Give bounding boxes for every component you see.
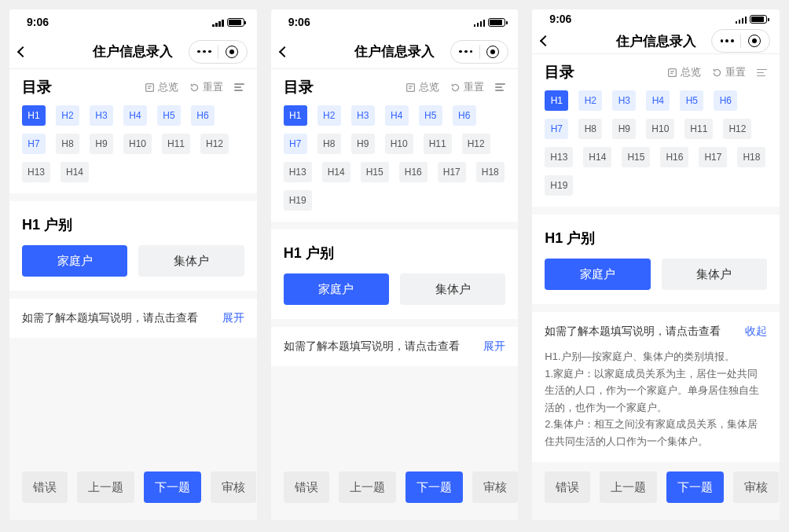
prev-button[interactable]: 上一题 [339, 471, 396, 503]
audit-button[interactable]: 审核 [733, 471, 779, 503]
option-family[interactable]: 家庭户 [284, 273, 389, 305]
chip-h2[interactable]: H2 [317, 105, 341, 126]
prev-button[interactable]: 上一题 [77, 471, 134, 503]
chip-h14[interactable]: H14 [583, 147, 611, 167]
overview-button[interactable]: 总览 [667, 66, 701, 79]
chip-h2[interactable]: H2 [578, 90, 602, 111]
chip-h6[interactable]: H6 [191, 105, 215, 126]
help-card: 如需了解本题填写说明，请点击查看 收起 H1.户别—按家庭户、集体户的类别填报。… [532, 312, 780, 462]
chip-h10[interactable]: H10 [123, 134, 152, 154]
chip-h9[interactable]: H9 [612, 119, 636, 139]
capsule-menu [189, 40, 248, 64]
error-button[interactable]: 错误 [545, 471, 590, 503]
help-collapse-button[interactable]: 收起 [745, 325, 767, 339]
chip-h11[interactable]: H11 [162, 134, 190, 154]
chip-h17[interactable]: H17 [438, 162, 466, 182]
overview-button[interactable]: 总览 [406, 81, 439, 94]
catalog-title: 目录 [22, 77, 52, 97]
chip-h8[interactable]: H8 [317, 134, 341, 154]
menu-button[interactable] [191, 42, 218, 61]
option-collective[interactable]: 集体户 [662, 259, 767, 290]
chip-h6[interactable]: H6 [453, 105, 476, 126]
chip-h4[interactable]: H4 [646, 90, 670, 111]
chip-h17[interactable]: H17 [699, 147, 727, 167]
chip-h12[interactable]: H12 [200, 134, 229, 154]
footer-bar: 错误 上一题 下一题 审核 [271, 462, 519, 520]
chip-h1[interactable]: H1 [22, 105, 46, 126]
chip-h3[interactable]: H3 [612, 90, 636, 111]
chip-h5[interactable]: H5 [680, 90, 703, 111]
chip-h4[interactable]: H4 [123, 105, 147, 126]
prev-button[interactable]: 上一题 [600, 471, 657, 503]
chip-h18[interactable]: H18 [476, 162, 505, 182]
phone-frame-1: 9:06 住户信息录入 目录 总览 重置 [9, 9, 257, 520]
chip-h9[interactable]: H9 [90, 134, 113, 154]
chip-h2[interactable]: H2 [56, 105, 79, 126]
chip-h3[interactable]: H3 [90, 105, 113, 126]
chevron-left-icon [540, 35, 551, 46]
chip-h5[interactable]: H5 [419, 105, 442, 126]
option-collective[interactable]: 集体户 [138, 245, 244, 277]
chip-h9[interactable]: H9 [351, 134, 375, 154]
chip-h1[interactable]: H1 [284, 105, 307, 126]
chip-h16[interactable]: H16 [660, 147, 688, 167]
chip-h19[interactable]: H19 [545, 175, 573, 196]
chip-h13[interactable]: H13 [284, 162, 312, 182]
option-family[interactable]: 家庭户 [22, 245, 127, 277]
chip-h7[interactable]: H7 [22, 134, 46, 154]
list-toggle-button[interactable] [234, 83, 244, 91]
chip-h13[interactable]: H13 [22, 162, 50, 182]
signal-icon [212, 18, 224, 27]
chip-h14[interactable]: H14 [61, 162, 89, 182]
audit-button[interactable]: 审核 [472, 471, 518, 503]
chip-h15[interactable]: H15 [361, 162, 389, 182]
chip-h15[interactable]: H15 [622, 147, 650, 167]
chip-h12[interactable]: H12 [462, 134, 490, 154]
error-button[interactable]: 错误 [22, 471, 68, 503]
reset-icon [712, 68, 722, 78]
close-app-button[interactable] [218, 42, 245, 61]
chip-h7[interactable]: H7 [545, 119, 568, 139]
back-button[interactable] [541, 37, 549, 45]
chip-h8[interactable]: H8 [578, 119, 602, 139]
back-button[interactable] [19, 48, 27, 56]
help-expand-button[interactable]: 展开 [222, 311, 244, 325]
next-button[interactable]: 下一题 [666, 471, 724, 503]
list-toggle-button[interactable] [757, 69, 767, 77]
list-toggle-button[interactable] [495, 83, 505, 91]
chip-h18[interactable]: H18 [737, 147, 765, 167]
next-button[interactable]: 下一题 [406, 471, 463, 503]
error-button[interactable]: 错误 [284, 471, 329, 503]
chip-h11[interactable]: H11 [684, 119, 713, 139]
help-expand-button[interactable]: 展开 [483, 339, 505, 354]
reset-button[interactable]: 重置 [189, 81, 223, 94]
chip-h16[interactable]: H16 [399, 162, 428, 182]
chip-h6[interactable]: H6 [714, 90, 737, 111]
chip-h1[interactable]: H1 [545, 90, 568, 111]
chip-h10[interactable]: H10 [385, 134, 413, 154]
chip-h4[interactable]: H4 [385, 105, 409, 126]
reset-button[interactable]: 重置 [712, 66, 746, 79]
menu-button[interactable] [714, 31, 740, 50]
back-button[interactable] [281, 48, 288, 56]
chip-h19[interactable]: H19 [284, 190, 312, 211]
help-prompt: 如需了解本题填写说明，请点击查看 [284, 339, 460, 354]
chip-h5[interactable]: H5 [157, 105, 181, 126]
chip-h13[interactable]: H13 [545, 147, 573, 167]
option-collective[interactable]: 集体户 [400, 273, 505, 305]
chip-h8[interactable]: H8 [56, 134, 79, 154]
chip-h3[interactable]: H3 [351, 105, 375, 126]
overview-button[interactable]: 总览 [145, 81, 178, 94]
close-app-button[interactable] [741, 31, 768, 50]
chip-h11[interactable]: H11 [424, 134, 452, 154]
chip-h12[interactable]: H12 [723, 119, 751, 139]
next-button[interactable]: 下一题 [144, 471, 201, 503]
chip-h7[interactable]: H7 [284, 134, 307, 154]
chip-h14[interactable]: H14 [322, 162, 350, 182]
chip-h10[interactable]: H10 [646, 119, 674, 139]
menu-button[interactable] [453, 42, 479, 61]
option-family[interactable]: 家庭户 [545, 259, 650, 290]
close-app-button[interactable] [479, 42, 506, 61]
reset-button[interactable]: 重置 [450, 81, 484, 94]
audit-button[interactable]: 审核 [211, 471, 256, 503]
